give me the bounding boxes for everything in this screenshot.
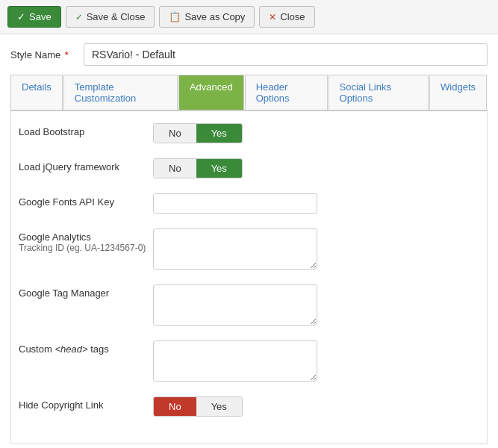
style-name-label: Style Name *	[10, 49, 78, 60]
custom-head-tag: <head>	[55, 343, 87, 355]
load-bootstrap-toggle: No Yes	[153, 123, 243, 143]
load-bootstrap-no[interactable]: No	[154, 124, 196, 143]
save-button[interactable]: ✓ Save	[7, 6, 61, 28]
load-jquery-no[interactable]: No	[154, 159, 196, 178]
hide-copyright-yes[interactable]: Yes	[196, 397, 242, 416]
tab-bar: Details Template Customization Advanced …	[10, 75, 488, 111]
tab-header[interactable]: Header Options	[245, 75, 328, 110]
save-copy-label: Save as Copy	[184, 11, 245, 22]
save-check-icon: ✓	[17, 11, 25, 22]
load-jquery-row: Load jQuery framework No Yes	[19, 158, 479, 178]
google-analytics-row: Google Analytics Tracking ID (eg. UA-123…	[19, 228, 479, 270]
google-fonts-label: Google Fonts API Key	[19, 193, 153, 208]
content-area: Style Name * Details Template Customizat…	[0, 34, 498, 448]
custom-head-label: Custom <head> tags	[19, 340, 153, 355]
load-bootstrap-yes[interactable]: Yes	[196, 124, 242, 143]
style-name-row: Style Name *	[10, 43, 488, 66]
google-tag-row: Google Tag Manager	[19, 284, 479, 326]
toolbar: ✓ Save ✓ Save & Close 📋 Save as Copy ✕ C…	[0, 0, 498, 34]
google-fonts-row: Google Fonts API Key	[19, 193, 479, 214]
google-analytics-label: Google Analytics Tracking ID (eg. UA-123…	[19, 228, 153, 253]
tabs-container: Details Template Customization Advanced …	[10, 75, 488, 110]
hide-copyright-toggle: No Yes	[153, 396, 243, 417]
style-name-input[interactable]	[84, 43, 488, 66]
save-close-label: Save & Close	[87, 11, 146, 22]
load-bootstrap-row: Load Bootstrap No Yes	[19, 123, 479, 143]
save-close-check-icon: ✓	[75, 12, 83, 22]
copy-icon: 📋	[169, 11, 181, 22]
load-jquery-label: Load jQuery framework	[19, 158, 153, 172]
save-copy-button[interactable]: 📋 Save as Copy	[159, 6, 255, 28]
form-area: Load Bootstrap No Yes Load jQuery framew…	[10, 111, 488, 444]
load-jquery-toggle: No Yes	[153, 158, 243, 178]
load-jquery-yes[interactable]: Yes	[196, 159, 242, 178]
google-fonts-input[interactable]	[153, 193, 317, 214]
save-close-button[interactable]: ✓ Save & Close	[66, 6, 155, 28]
tab-social[interactable]: Social Links Options	[329, 75, 429, 110]
google-tag-input[interactable]	[153, 284, 317, 326]
tab-widgets[interactable]: Widgets	[429, 75, 487, 110]
custom-head-row: Custom <head> tags	[19, 340, 479, 382]
google-tag-label: Google Tag Manager	[19, 284, 153, 299]
close-button[interactable]: ✕ Close	[259, 6, 314, 28]
hide-copyright-no[interactable]: No	[154, 397, 196, 416]
hide-copyright-row: Hide Copyright Link No Yes	[19, 396, 479, 417]
close-label: Close	[280, 11, 305, 22]
close-x-icon: ✕	[269, 12, 276, 22]
tab-advanced[interactable]: Advanced	[178, 75, 244, 110]
custom-head-input[interactable]	[153, 340, 317, 382]
load-bootstrap-label: Load Bootstrap	[19, 123, 153, 137]
google-analytics-input[interactable]	[153, 228, 317, 270]
hide-copyright-label: Hide Copyright Link	[19, 396, 153, 411]
tab-template[interactable]: Template Customization	[63, 75, 178, 110]
tab-details[interactable]: Details	[10, 75, 63, 110]
save-label: Save	[29, 11, 52, 22]
